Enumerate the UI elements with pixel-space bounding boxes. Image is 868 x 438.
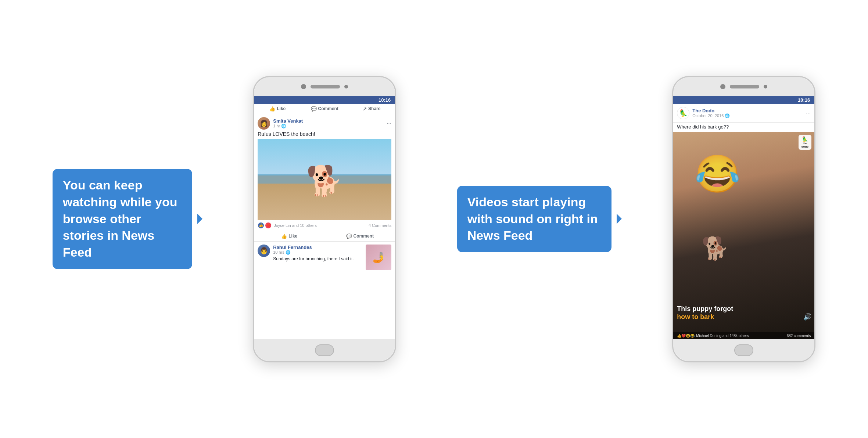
like-icon-1: 👍 [281, 234, 287, 239]
share-button-top[interactable]: ↗ Share [348, 106, 395, 112]
main-scene: You can keep watching while you browse o… [0, 0, 868, 438]
dodo-date-text: October 20, 2016 [692, 113, 724, 118]
post-1-header: 👩 Smita Venkat 1 hr 🌐 ··· [258, 117, 391, 130]
right-speech-bubble: Videos start playing with sound on right… [457, 186, 611, 253]
comment-icon-top: 💬 [311, 106, 317, 112]
left-bubble-text: You can keep watching while you browse o… [63, 178, 177, 260]
reactions-bar-1: 👍 ❤️ Joyce Lin and 10 others 4 Comments [254, 220, 395, 231]
post-2-content: Rahul Fernandes 10 hrs 🌐 Sundays are for… [273, 245, 363, 270]
dodo-post-date: October 20, 2016 🌐 [692, 113, 803, 118]
globe-icon-2: 🌐 [286, 250, 291, 255]
dodo-page-name[interactable]: The Dodo [692, 108, 803, 113]
dodo-post-header: 🦜 The Dodo October 20, 2016 🌐 ··· [673, 104, 814, 123]
video-overlay-text: This puppy forgot how to bark [677, 305, 811, 321]
home-button-2[interactable] [734, 344, 753, 356]
post-2-text: Sundays are for brunching, there I said … [273, 256, 363, 261]
status-bar-1: 10:16 [254, 96, 395, 104]
middle-section: Videos start playing with sound on right… [457, 186, 611, 253]
share-icon-top: ↗ [363, 106, 367, 112]
dodo-watermark: 🦜 the dodo [799, 135, 812, 150]
post-1: 👩 Smita Venkat 1 hr 🌐 ··· Rufus LOVES th… [254, 114, 395, 220]
video-background: 😂 🐕 🦜 the dodo 🔊 [673, 132, 814, 339]
status-bar-2: 10:16 [673, 96, 814, 104]
rahul-avatar: 👨 [258, 245, 270, 257]
phone-1-screen: 10:16 👍 Like 💬 Comment ↗ Share [254, 96, 395, 339]
like-button-1[interactable]: 👍 Like [254, 234, 324, 239]
phone-2: 10:16 🦜 The Dodo October 20, 2016 🌐 ··· [672, 76, 815, 362]
phone-2-screen: 10:16 🦜 The Dodo October 20, 2016 🌐 ··· [673, 96, 814, 339]
video-title-orange: how to bark [677, 313, 811, 321]
like-button-top[interactable]: 👍 Like [254, 106, 301, 112]
dodo-more-options[interactable]: ··· [806, 110, 811, 116]
video-player[interactable]: 😂 🐕 🦜 the dodo 🔊 [673, 132, 814, 339]
dodo-meta: The Dodo October 20, 2016 🌐 [692, 108, 803, 118]
phone-2-top [673, 77, 814, 96]
phone-2-bottom [673, 339, 814, 361]
home-button-1[interactable] [315, 344, 334, 356]
reaction-icons-1: 👍 ❤️ Joyce Lin and 10 others [258, 222, 317, 229]
sensor-2 [764, 85, 767, 88]
share-label-top: Share [368, 106, 380, 111]
comment-label-1: Comment [354, 234, 374, 239]
post-2: 👨 Rahul Fernandes 10 hrs 🌐 Sundays are f… [254, 242, 395, 273]
reactions-bar-2: 👍❤️😮😂 Michael Duning and 148k others 682… [673, 332, 814, 339]
love-reaction: ❤️ [265, 222, 272, 229]
sensor-dot [344, 85, 348, 88]
time-display-2: 10:16 [798, 97, 810, 103]
post-1-text: Rufus LOVES the beach! [258, 131, 391, 137]
like-reaction: 👍 [258, 222, 264, 229]
speaker-2 [730, 85, 759, 88]
dodo-avatar: 🦜 [677, 107, 689, 119]
post-2-time: 10 hrs 🌐 [273, 250, 363, 255]
video-title-white: This puppy forgot [677, 305, 811, 313]
front-camera-2 [720, 84, 725, 89]
post-1-image: 🐕 [258, 139, 391, 220]
comment-count-1: 4 Comments [369, 223, 391, 228]
phone-1: 10:16 👍 Like 💬 Comment ↗ Share [253, 76, 396, 362]
dodo-caption: Where did his bark go?? [673, 123, 814, 132]
post-2-author[interactable]: Rahul Fernandes [273, 245, 363, 250]
reaction-count-1: Joyce Lin and 10 others [274, 223, 317, 228]
globe-icon: 🌐 [281, 124, 286, 128]
phone-1-wrapper: 10:16 👍 Like 💬 Comment ↗ Share [253, 76, 396, 362]
comment-icon-1: 💬 [346, 234, 352, 239]
top-action-bar: 👍 Like 💬 Comment ↗ Share [254, 104, 395, 114]
comment-label-top: Comment [318, 106, 338, 111]
post-1-author[interactable]: Smita Venkat [273, 118, 384, 124]
post-1-more-options[interactable]: ··· [387, 120, 391, 127]
phone-1-bottom [254, 339, 395, 361]
time-display-1: 10:16 [379, 97, 391, 103]
comment-button-top[interactable]: 💬 Comment [301, 106, 348, 112]
post-2-time-text: 10 hrs [273, 250, 284, 254]
like-emoji-2: 👍❤️😮😂 [677, 334, 695, 338]
like-label-1: Like [288, 234, 297, 239]
like-label-top: Like [277, 106, 286, 111]
like-icon-top: 👍 [269, 106, 275, 112]
front-camera-icon [301, 84, 306, 89]
left-speech-bubble: You can keep watching while you browse o… [53, 169, 192, 269]
comment-button-1[interactable]: 💬 Comment [324, 234, 395, 239]
post-1-time: 1 hr 🌐 [273, 124, 384, 128]
mini-video-thumbnail: 🤳 [366, 245, 391, 270]
smita-avatar: 👩 [258, 117, 270, 130]
phone-2-wrapper: 10:16 🦜 The Dodo October 20, 2016 🌐 ··· [672, 76, 815, 362]
post-1-time-text: 1 hr [273, 124, 280, 128]
globe-icon-3: 🌐 [725, 113, 730, 118]
right-bubble-text: Videos start playing with sound on right… [467, 195, 598, 243]
comment-count-2: 682 comments [787, 334, 811, 338]
post-1-meta: Smita Venkat 1 hr 🌐 [273, 118, 384, 128]
reaction-names-2: Michael Duning and 148k others [696, 334, 749, 338]
phone-1-top [254, 77, 395, 96]
bottom-action-bar-1: 👍 Like 💬 Comment [254, 231, 395, 242]
speaker-icon [311, 85, 340, 88]
